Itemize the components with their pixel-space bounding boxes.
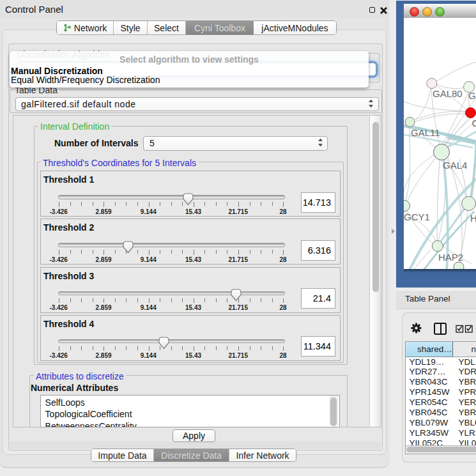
svg-text:GCY1: GCY1 <box>404 211 430 222</box>
svg-text:GA: GA <box>468 90 476 101</box>
svg-text:GAL80: GAL80 <box>433 88 463 99</box>
svg-text:CD: CD <box>472 118 476 128</box>
svg-text:GAL4: GAL4 <box>443 160 467 171</box>
svg-text:GAL11: GAL11 <box>411 127 440 138</box>
svg-text:HA: HA <box>470 213 476 224</box>
svg-text:HAP2: HAP2 <box>438 252 463 263</box>
